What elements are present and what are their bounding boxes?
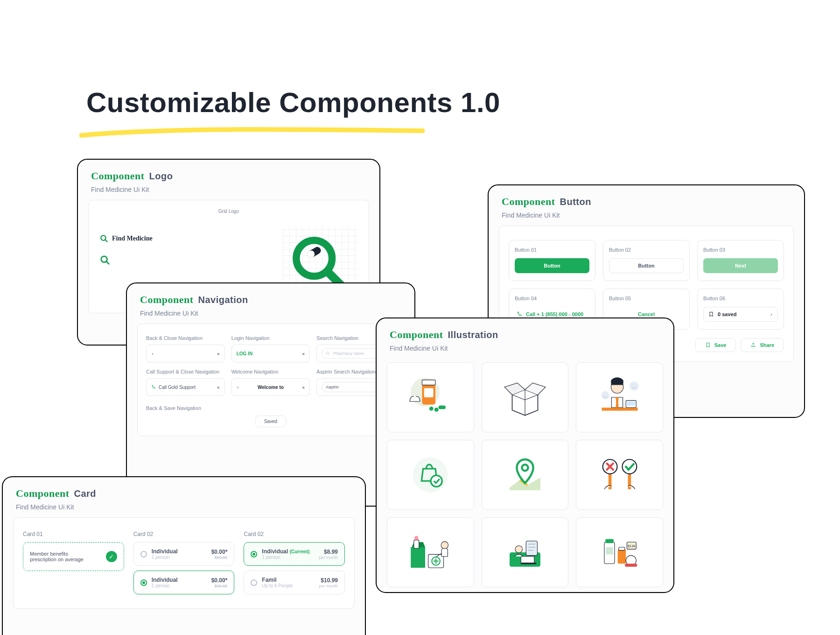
illustration-bag-check bbox=[387, 440, 474, 510]
illustration-yes-no-signs bbox=[576, 440, 663, 510]
plan-title: Individual bbox=[262, 548, 288, 555]
svg-point-8 bbox=[327, 352, 329, 354]
plan-per: per month bbox=[319, 555, 338, 560]
button-saved[interactable]: 0 saved › bbox=[703, 307, 778, 322]
button-label: Call + 1 (855) 000 - 0000 bbox=[526, 311, 583, 317]
share-button[interactable]: Share bbox=[741, 338, 784, 352]
plan-strike: $99.00 bbox=[211, 584, 228, 588]
search-input[interactable]: Pharmacy name bbox=[322, 348, 385, 359]
btn-caption: Button 03 bbox=[703, 247, 725, 253]
illustration-shopping-pharmacy bbox=[387, 517, 474, 587]
call-support-label: Call Gold Support bbox=[159, 385, 196, 390]
login-button[interactable]: LOG IN bbox=[237, 351, 252, 356]
plan-title: Famil bbox=[262, 577, 293, 583]
button-cell-06: Button 06 0 saved › bbox=[697, 289, 784, 330]
plan-price: $8.99 bbox=[324, 549, 338, 555]
nav-login[interactable]: LOG IN ✕ bbox=[231, 345, 310, 362]
plan-strike: $99.00 bbox=[211, 555, 228, 560]
svg-text:$3.84: $3.84 bbox=[628, 544, 636, 548]
svg-rect-47 bbox=[605, 539, 614, 543]
svg-point-25 bbox=[413, 458, 448, 493]
btn-caption: Button 06 bbox=[703, 296, 725, 301]
svg-rect-16 bbox=[439, 406, 446, 409]
svg-rect-17 bbox=[602, 408, 637, 411]
nav-caption: Welcome Navigation bbox=[231, 369, 310, 374]
nav-welcome[interactable]: ‹ Welcome to ✕ bbox=[231, 378, 310, 396]
grid-label: Grid Logo bbox=[100, 209, 357, 214]
button-soft[interactable]: Next bbox=[703, 258, 778, 273]
plan-sub: 1 person bbox=[262, 555, 309, 560]
plan-option[interactable]: Famil Up to 6 People $10.99per month bbox=[244, 571, 345, 594]
save-button[interactable]: Save bbox=[695, 338, 736, 352]
plan-option-selected[interactable]: Individual 1 person $0.00*$99.00 bbox=[133, 571, 235, 594]
close-icon[interactable]: ✕ bbox=[217, 385, 220, 390]
button-label: Share bbox=[760, 342, 774, 348]
phone-icon bbox=[517, 311, 522, 317]
svg-rect-12 bbox=[422, 380, 436, 385]
svg-point-34 bbox=[414, 536, 419, 540]
card-benefit[interactable]: Member benefits prescription on average … bbox=[23, 542, 124, 571]
radio-icon-selected[interactable] bbox=[140, 579, 147, 586]
brand-text: Find Medicine bbox=[112, 235, 153, 242]
svg-rect-33 bbox=[414, 540, 419, 549]
close-icon[interactable]: ✕ bbox=[302, 385, 305, 390]
button-cell-03: Button 03 Next bbox=[697, 240, 784, 281]
plan-price: $10.99 bbox=[321, 577, 338, 584]
svg-point-31 bbox=[622, 459, 637, 474]
brand-word: Component bbox=[16, 487, 70, 499]
illustration-laptop-user bbox=[482, 517, 569, 587]
svg-line-3 bbox=[106, 261, 109, 264]
plan-price: $0.00* bbox=[211, 577, 228, 584]
panel-subtitle: Find Medicine Ui Kit bbox=[140, 310, 401, 317]
radio-icon-selected[interactable] bbox=[251, 551, 257, 557]
plan-price: $0.00* bbox=[211, 549, 228, 555]
svg-rect-50 bbox=[618, 547, 624, 550]
close-icon[interactable]: ✕ bbox=[217, 351, 220, 356]
plan-title: Individual bbox=[152, 577, 178, 583]
btn-caption: Button 01 bbox=[515, 247, 537, 253]
nav-caption: Back & Save Navigation bbox=[146, 405, 395, 411]
plan-current-tag: (Current) bbox=[290, 549, 310, 554]
nav-back-close[interactable]: ‹ ✕ bbox=[146, 345, 225, 362]
chevron-left-icon[interactable]: ‹ bbox=[151, 351, 154, 356]
panel-heading: Logo bbox=[149, 171, 173, 181]
button-solid[interactable]: Button bbox=[515, 258, 589, 273]
plan-option[interactable]: Individual 1 person $0.00*$99.00 bbox=[133, 542, 235, 566]
illustration-pill-bottle bbox=[387, 362, 474, 432]
nav-call-support[interactable]: Call Gold Support ✕ bbox=[146, 378, 225, 396]
plan-option-current[interactable]: Individual (Current) 1 person $8.99per m… bbox=[244, 542, 345, 566]
plan-sub: 1 person bbox=[152, 583, 178, 588]
bookmark-icon bbox=[705, 342, 711, 348]
radio-icon[interactable] bbox=[251, 579, 257, 586]
svg-line-1 bbox=[105, 240, 107, 242]
close-icon[interactable]: ✕ bbox=[302, 351, 305, 356]
panel-heading: Button bbox=[560, 197, 591, 207]
card-caption: Card 02 bbox=[244, 531, 345, 537]
search-placeholder: Pharmacy name bbox=[333, 351, 364, 356]
svg-point-26 bbox=[431, 475, 442, 487]
brand-lockup: Find Medicine bbox=[100, 234, 153, 243]
button-label: 0 saved bbox=[718, 311, 736, 317]
brand-word: Component bbox=[140, 294, 194, 305]
svg-rect-32 bbox=[411, 547, 426, 568]
phone-icon bbox=[151, 385, 156, 389]
radio-icon[interactable] bbox=[140, 551, 147, 557]
svg-rect-54 bbox=[625, 564, 637, 567]
card-text: Member benefits prescription on average bbox=[30, 551, 95, 562]
plan-sub: Up to 6 People bbox=[262, 583, 293, 588]
plan-title: Individual bbox=[152, 548, 178, 555]
panel-heading: Card bbox=[74, 488, 97, 499]
search-value: Aspirin bbox=[326, 385, 339, 389]
button-outline[interactable]: Button bbox=[609, 258, 684, 273]
share-icon bbox=[750, 342, 756, 348]
svg-point-43 bbox=[515, 546, 522, 553]
panel-subtitle: Find Medicine Ui Kit bbox=[502, 212, 791, 219]
svg-rect-13 bbox=[424, 388, 434, 397]
svg-rect-48 bbox=[606, 547, 613, 554]
svg-rect-49 bbox=[617, 549, 626, 564]
card-caption: Card 02 bbox=[133, 531, 235, 537]
component-panel-illustration: ComponentIllustration Find Medicine Ui K… bbox=[376, 318, 674, 593]
illustration-map-pin bbox=[482, 440, 569, 510]
saved-pill[interactable]: Saved bbox=[255, 416, 286, 427]
page-title: Customizable Components 1.0 bbox=[86, 86, 500, 119]
